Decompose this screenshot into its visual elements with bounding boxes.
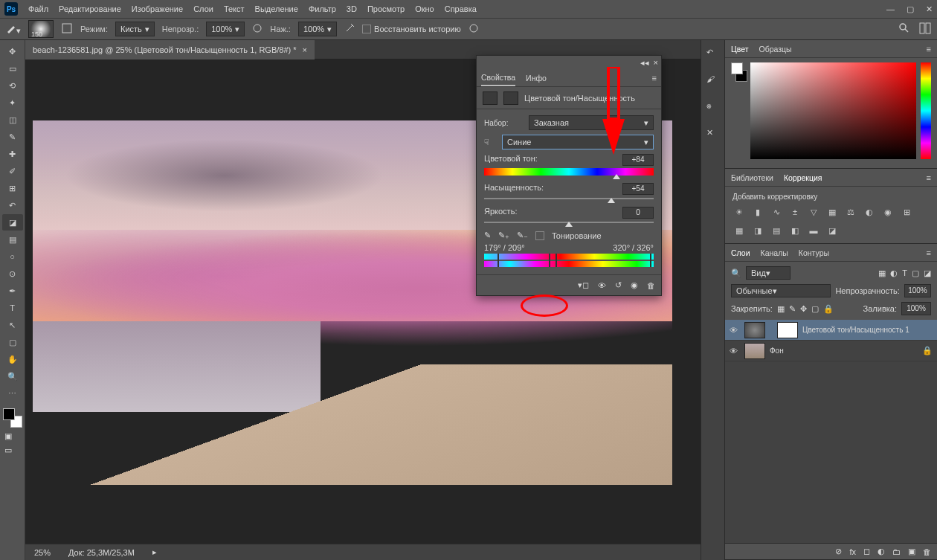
lasso-tool[interactable]: ⟲ [2,77,23,94]
menu-help[interactable]: Справка [445,4,477,13]
channel-mixer-icon[interactable]: ⊞ [900,205,913,219]
brightness-contrast-icon[interactable]: ☀ [732,205,746,219]
menu-filter[interactable]: Фильтр [309,4,336,13]
brush-panel-icon[interactable] [61,22,73,36]
search-icon[interactable] [898,22,910,36]
type-tool[interactable]: T [2,300,23,316]
mode-select[interactable]: Кисть▾ [115,22,155,36]
tab-layers[interactable]: Слои [731,245,750,260]
menu-select[interactable]: Выделение [255,4,298,13]
close-tab-icon[interactable]: × [303,45,307,54]
blend-mode-select[interactable]: Обычные ▾ [731,284,831,297]
visibility-icon[interactable]: 👁 [730,347,740,355]
layer-row-hue-sat[interactable]: 👁 Цветовой тон/Насыщенность 1 [725,320,937,341]
menu-layers[interactable]: Слои [193,4,213,13]
zoom-readout[interactable]: 25% [34,548,51,557]
eyedropper-add-icon[interactable]: ✎₊ [498,231,509,240]
tab-color[interactable]: Цвет [731,42,749,57]
foreground-background-colors[interactable] [3,408,22,428]
close-icon[interactable]: ✕ [926,4,933,14]
filter-kind-select[interactable]: Вид ▾ [746,266,791,280]
mask-type-icon[interactable] [503,91,518,105]
tab-channels[interactable]: Каналы [761,245,788,260]
layer-thumb[interactable] [744,343,765,359]
color-range-slider[interactable] [484,254,654,268]
menu-text[interactable]: Текст [224,4,245,13]
color-fg-bg[interactable] [731,62,746,164]
lock-all-icon[interactable]: 🔒 [823,304,834,314]
tab-paths[interactable]: Контуры [799,245,829,260]
colorize-checkbox[interactable] [535,231,544,240]
layer-row-background[interactable]: 👁 Фон 🔒 [725,341,937,361]
tab-adjustments[interactable]: Коррекция [784,170,822,185]
sat-value[interactable]: +54 [622,183,654,195]
menu-view[interactable]: Просмотр [367,4,405,13]
layer-opacity-field[interactable]: 100% [904,284,931,297]
panel-menu-icon[interactable]: ≡ [927,45,931,54]
targeted-adjust-icon[interactable]: ☟ [484,138,498,147]
clip-to-layer-icon[interactable]: ▾◻ [578,280,589,290]
panel-menu-icon[interactable]: ≡ [927,248,931,257]
layer-mask-thumb[interactable] [777,322,798,338]
exposure-icon[interactable]: ± [788,205,802,219]
filter-pixel-icon[interactable]: ▦ [878,268,886,278]
tool-presets-icon[interactable]: ✕ [706,128,720,141]
threshold-icon[interactable]: ◧ [788,224,802,237]
color-field[interactable] [750,62,916,159]
close-panel-icon[interactable]: × [654,58,658,67]
add-mask-icon[interactable]: ◻ [863,547,870,556]
history-panel-icon[interactable]: ↶ [706,48,720,61]
workspace-icon[interactable] [919,22,931,36]
collapse-panel-icon[interactable]: ◂◂ [640,58,649,68]
photo-filter-icon[interactable]: ◉ [881,205,895,219]
gradient-map-icon[interactable]: ▬ [807,224,820,237]
levels-icon[interactable]: ▮ [751,205,764,219]
magic-wand-tool[interactable]: ✦ [2,94,23,111]
zoom-tool[interactable]: 🔍 [2,368,23,384]
lock-transparency-icon[interactable]: ▦ [777,304,785,314]
new-group-icon[interactable]: 🗀 [892,547,901,556]
filter-adjust-icon[interactable]: ◐ [890,268,898,278]
opacity-field[interactable]: 100%▾ [206,22,245,36]
maximize-icon[interactable]: ▢ [907,4,914,14]
pen-tool[interactable]: ✒ [2,283,23,299]
selective-color-icon[interactable]: ◪ [825,224,839,237]
layer-name[interactable]: Цветовой тон/Насыщенность 1 [802,326,909,334]
layer-name[interactable]: Фон [770,347,784,355]
gradient-tool[interactable]: ▤ [2,231,23,248]
vibrance-icon[interactable]: ▽ [807,205,820,219]
blur-tool[interactable]: ○ [2,248,23,265]
tool-preset-icon[interactable]: ▾ [6,23,21,36]
dodge-tool[interactable]: ⊙ [2,265,23,282]
crop-tool[interactable]: ◫ [2,112,23,128]
eyedropper-tool[interactable]: ✎ [2,129,23,145]
delete-layer-icon[interactable]: 🗑 [923,547,931,556]
hue-strip[interactable] [921,62,931,159]
eraser-tool[interactable]: ◪ [2,214,23,231]
filter-smart-icon[interactable]: ◪ [924,268,931,278]
marquee-tool[interactable]: ▭ [2,60,23,77]
filter-type-icon[interactable]: T [902,268,907,277]
tab-properties[interactable]: Свойства [481,70,515,86]
reset-icon[interactable]: ↺ [615,280,622,290]
brushes-panel-icon[interactable]: 🖌 [706,74,720,88]
light-value[interactable]: 0 [622,207,654,219]
eyedropper-icon[interactable]: ✎ [484,231,491,240]
color-lookup-icon[interactable]: ▦ [732,224,746,237]
layer-thumb[interactable] [744,322,765,338]
lock-artboard-icon[interactable]: ▢ [811,304,819,314]
hue-sat-icon[interactable]: ▦ [825,205,839,219]
sat-slider[interactable] [484,198,654,199]
docsize-readout[interactable]: Док: 25,3M/25,3M [68,548,135,557]
screenmode-icon[interactable]: ▭ [4,445,21,456]
visibility-icon[interactable]: 👁 [730,326,740,335]
color-balance-icon[interactable]: ⚖ [844,205,857,219]
menu-image[interactable]: Изображение [132,4,183,13]
menu-window[interactable]: Окно [415,4,434,13]
history-brush-tool[interactable]: ↶ [2,197,23,213]
link-layers-icon[interactable]: ⊘ [835,547,842,556]
hand-tool[interactable]: ✋ [2,351,23,367]
invert-icon[interactable]: ◨ [751,224,764,237]
fill-field[interactable]: 100% [901,302,931,315]
menu-file[interactable]: Файл [28,4,48,13]
